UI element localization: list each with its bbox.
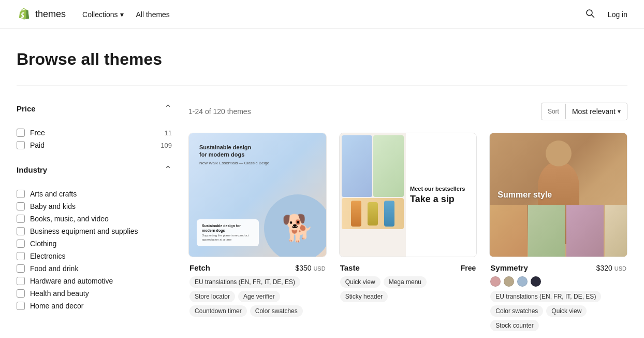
theme-name-symmetry: Symmetry (490, 263, 528, 272)
shopify-logo-icon (17, 7, 31, 22)
filter-item-paid[interactable]: Paid 109 (17, 139, 172, 151)
search-button[interactable] (583, 6, 597, 22)
login-button[interactable]: Log in (608, 10, 627, 19)
tag: Mega menu (384, 276, 427, 288)
filter-item-electronics[interactable]: Electronics (17, 250, 172, 262)
sort-select-trigger[interactable]: Most relevant ▾ (566, 103, 627, 120)
filter-item-business[interactable]: Business equipment and supplies (17, 225, 172, 237)
symmetry-swatches (490, 276, 626, 287)
symmetry-text: Summer style (497, 190, 552, 200)
theme-price-fetch: $350 USD (295, 264, 325, 272)
main-layout: Price ⌃ Free 11 Paid 109 Industr (0, 86, 644, 338)
tag: Age verifier (238, 291, 280, 302)
paid-count: 109 (160, 142, 172, 149)
hero-section: Browse all themes (0, 29, 644, 86)
health-label: Health and beauty (30, 289, 89, 298)
tag: EU translations (EN, FR, IT, DE, ES) (189, 276, 300, 288)
content-header: 1-24 of 120 themes Sort Most relevant ▾ (188, 103, 627, 120)
swatch-3[interactable] (517, 276, 528, 287)
electronics-checkbox[interactable] (17, 252, 25, 260)
symmetry-thumbnails (490, 205, 627, 257)
fetch-info-card: Sustainable design for modern dogs Suppo… (197, 219, 259, 246)
industry-filter-header: Industry ⌃ (17, 164, 172, 179)
fetch-dog-illustration: 🐕 (264, 194, 326, 257)
filter-item-books[interactable]: Books, music, and video (17, 213, 172, 225)
content-area: 1-24 of 120 themes Sort Most relevant ▾ … (188, 103, 627, 331)
taste-title: Take a sip (410, 194, 472, 205)
theme-info-fetch: Fetch $350 USD EU translations (EN, FR, … (188, 263, 327, 317)
theme-image-taste[interactable]: Meet our bestsellers Take a sip (339, 133, 477, 257)
industry-filter-section: Industry ⌃ Arts and crafts Baby and kids… (17, 164, 172, 312)
paid-checkbox[interactable] (17, 141, 25, 149)
tag: Quick view (546, 305, 587, 317)
arts-checkbox[interactable] (17, 190, 25, 198)
business-checkbox[interactable] (17, 227, 25, 235)
sort-chevron-icon: ▾ (618, 108, 621, 115)
sidebar: Price ⌃ Free 11 Paid 109 Industr (17, 103, 172, 325)
paid-label: Paid (30, 141, 45, 149)
tag: Store locator (189, 291, 235, 302)
filter-item-home[interactable]: Home and decor (17, 300, 172, 312)
tag: Color swatches (250, 305, 303, 317)
filter-item-clothing[interactable]: Clothing (17, 237, 172, 250)
food-checkbox[interactable] (17, 264, 25, 273)
baby-checkbox[interactable] (17, 202, 25, 210)
hardware-checkbox[interactable] (17, 277, 25, 285)
tag: Stock counter (490, 320, 538, 331)
theme-tags-fetch: EU translations (EN, FR, IT, DE, ES) Sto… (189, 276, 326, 317)
filter-item-baby[interactable]: Baby and kids (17, 200, 172, 213)
theme-image-fetch[interactable]: Sustainable designfor modern dogs New Wa… (188, 133, 327, 257)
price-filter-section: Price ⌃ Free 11 Paid 109 (17, 103, 172, 151)
food-label: Food and drink (30, 264, 78, 273)
price-filter-title: Price (17, 104, 36, 113)
free-checkbox[interactable] (17, 129, 25, 137)
search-icon (585, 8, 595, 19)
clothing-label: Clothing (30, 240, 56, 248)
theme-card-taste: Meet our bestsellers Take a sip Taste Fr… (339, 133, 477, 331)
industry-filter-toggle[interactable]: ⌃ (164, 164, 172, 175)
filter-item-arts[interactable]: Arts and crafts (17, 188, 172, 200)
tag: Quick view (340, 276, 380, 288)
filter-item-hardware[interactable]: Hardware and automotive (17, 275, 172, 287)
taste-img-2 (373, 135, 404, 197)
filter-item-food[interactable]: Food and drink (17, 262, 172, 275)
logo-link[interactable]: themes (17, 7, 66, 22)
tag: EU translations (EN, FR, IT, DE, ES) (490, 291, 601, 302)
sort-value: Most relevant (572, 107, 616, 116)
price-filter-toggle[interactable]: ⌃ (164, 103, 172, 114)
theme-image-symmetry[interactable]: Summer style (489, 133, 627, 257)
nav-all-themes[interactable]: All themes (136, 10, 170, 19)
swatch-2[interactable] (504, 276, 514, 287)
tag: Countdown timer (189, 305, 247, 317)
clothing-checkbox[interactable] (17, 240, 25, 248)
arts-label: Arts and crafts (30, 190, 77, 198)
theme-name-taste: Taste (340, 263, 360, 272)
electronics-label: Electronics (30, 252, 65, 260)
books-checkbox[interactable] (17, 215, 25, 223)
theme-card-symmetry: Summer style Symmetry $320 (489, 133, 627, 331)
free-count: 11 (165, 129, 172, 137)
price-filter-header: Price ⌃ (17, 103, 172, 118)
hardware-label: Hardware and automotive (30, 277, 113, 285)
home-label: Home and decor (30, 302, 84, 310)
sort-label: Sort (541, 104, 566, 119)
theme-price-taste: Free (461, 264, 476, 272)
theme-tags-symmetry: EU translations (EN, FR, IT, DE, ES) Col… (490, 291, 626, 331)
filter-item-free[interactable]: Free 11 (17, 126, 172, 139)
theme-tags-taste: Quick view Mega menu Sticky header (340, 276, 476, 302)
filter-item-health[interactable]: Health and beauty (17, 287, 172, 300)
health-checkbox[interactable] (17, 289, 25, 298)
swatch-4[interactable] (531, 276, 541, 287)
chevron-down-icon: ▾ (120, 10, 124, 19)
themes-count: 1-24 of 120 themes (188, 107, 251, 116)
swatch-1[interactable] (490, 276, 501, 287)
main-nav: Collections ▾ All themes (82, 10, 583, 19)
page-title: Browse all themes (17, 50, 627, 69)
nav-collections[interactable]: Collections ▾ (82, 10, 123, 19)
books-label: Books, music, and video (30, 215, 109, 223)
svg-line-1 (591, 15, 594, 18)
free-label: Free (30, 129, 45, 137)
home-checkbox[interactable] (17, 302, 25, 310)
theme-name-fetch: Fetch (189, 263, 210, 272)
theme-info-taste: Taste Free Quick view Mega menu Sticky h… (339, 263, 477, 302)
